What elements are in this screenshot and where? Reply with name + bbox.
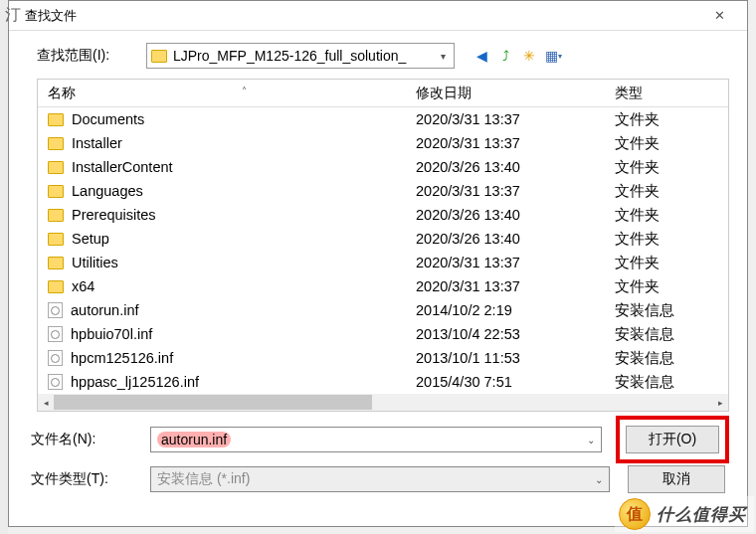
filename-value: autorun.inf [157,432,231,447]
file-type: 安装信息 [615,301,728,320]
new-folder-icon[interactable]: ✳ [520,47,538,65]
file-name: Languages [72,183,143,199]
up-folder-icon[interactable]: ⤴ [496,47,514,65]
filetype-select[interactable]: 安装信息 (*.inf) ⌄ [150,466,610,492]
file-name: Installer [72,135,122,151]
titlebar[interactable]: 汀 查找文件 ✕ [9,1,747,31]
filetype-label: 文件类型(T): [31,470,150,488]
file-open-dialog: 汀 查找文件 ✕ 查找范围(I): LJPro_MFP_M125-126_ful… [8,0,748,527]
file-name: InstallerContent [72,159,173,175]
file-type: 文件夹 [615,110,728,129]
chevron-down-icon[interactable]: ⌄ [587,435,595,445]
open-button-highlight: 打开(O) [616,416,729,463]
file-type: 文件夹 [615,134,728,153]
filetype-value: 安装信息 (*.inf) [157,470,595,488]
file-row[interactable]: Languages2020/3/31 13:37文件夹 [38,179,728,203]
file-name: Prerequisites [72,207,156,223]
inf-file-icon [48,326,63,342]
chevron-down-icon[interactable]: ▾ [437,51,450,62]
lookin-label: 查找范围(I): [37,47,136,65]
file-row[interactable]: hppasc_lj125126.inf2015/4/30 7:51安装信息 [38,370,728,394]
file-row[interactable]: InstallerContent2020/3/26 13:40文件夹 [38,155,728,179]
lookin-select[interactable]: LJPro_MFP_M125-126_full_solution_ ▾ [146,43,455,69]
file-type: 文件夹 [615,206,728,225]
view-menu-icon[interactable]: ▦▾ [544,47,562,65]
file-type: 安装信息 [615,349,728,368]
file-type: 文件夹 [615,230,728,249]
file-name: hppasc_lj125126.inf [71,374,199,390]
inf-file-icon [48,374,63,390]
header-type[interactable]: 类型 [615,85,728,102]
sort-indicator-icon: ˄ [242,86,247,96]
inf-file-icon [48,302,63,318]
file-type: 安装信息 [615,325,728,344]
header-date[interactable]: 修改日期 [416,85,615,102]
chevron-down-icon[interactable]: ⌄ [595,474,603,485]
folder-icon [48,137,64,150]
open-button[interactable]: 打开(O) [626,426,719,453]
filename-label: 文件名(N): [31,431,150,448]
file-date: 2020/3/31 13:37 [416,111,615,127]
back-icon[interactable]: ◀ [472,47,490,65]
file-date: 2014/10/2 2:19 [416,302,615,318]
close-button[interactable]: ✕ [699,2,739,30]
folder-icon [48,209,64,222]
lookin-value: LJPro_MFP_M125-126_full_solution_ [173,48,437,64]
filename-input[interactable]: autorun.inf ⌄ [150,427,602,452]
file-date: 2020/3/31 13:37 [416,255,615,270]
file-type: 文件夹 [615,254,728,272]
bottom-panel: 文件名(N): autorun.inf ⌄ 打开(O) 文件类型(T): 安装信… [9,412,747,499]
watermark-icon: 值 [619,498,651,530]
file-date: 2020/3/31 13:37 [416,278,615,294]
watermark-text: 什么值得买 [657,503,746,526]
file-row[interactable]: Installer2020/3/31 13:37文件夹 [38,131,728,155]
folder-icon [48,233,64,246]
header-name[interactable]: 名称 [38,85,416,102]
folder-icon [48,161,64,174]
file-date: 2020/3/31 13:37 [416,183,615,199]
watermark: 值 什么值得买 [615,496,754,532]
file-date: 2020/3/26 13:40 [416,207,615,223]
file-name: hpcm125126.inf [71,350,173,366]
folder-icon [48,280,64,293]
folder-icon [48,257,64,269]
file-name: autorun.inf [71,302,139,318]
file-name: Setup [72,231,109,247]
titlebar-title: 查找文件 [25,7,699,25]
folder-icon [48,113,64,126]
folder-icon [151,50,167,63]
folder-icon [48,185,64,198]
scroll-thumb[interactable] [54,395,372,410]
scroll-right-icon[interactable]: ▸ [712,394,728,411]
inf-file-icon [48,350,63,366]
file-name: Utilities [72,255,118,270]
file-type: 文件夹 [615,158,728,177]
file-date: 2020/3/31 13:37 [416,135,615,151]
cancel-button[interactable]: 取消 [628,465,725,493]
file-date: 2020/3/26 13:40 [416,159,615,175]
file-row[interactable]: hpbuio70l.inf2013/10/4 22:53安装信息 [38,322,728,346]
file-name: hpbuio70l.inf [71,326,152,342]
file-row[interactable]: x642020/3/31 13:37文件夹 [38,274,728,298]
file-date: 2020/3/26 13:40 [416,231,615,247]
file-row[interactable]: autorun.inf2014/10/2 2:19安装信息 [38,298,728,322]
file-type: 安装信息 [615,373,728,392]
horizontal-scrollbar[interactable]: ◂ ▸ [38,394,728,411]
file-row[interactable]: Setup2020/3/26 13:40文件夹 [38,227,728,251]
lookin-row: 查找范围(I): LJPro_MFP_M125-126_full_solutio… [9,31,747,79]
file-row[interactable]: Utilities2020/3/31 13:37文件夹 [38,251,728,274]
file-date: 2015/4/30 7:51 [416,374,615,390]
file-row[interactable]: Prerequisites2020/3/26 13:40文件夹 [38,203,728,227]
toolbar-icons: ◀ ⤴ ✳ ▦▾ [472,47,562,65]
file-name: Documents [72,111,144,127]
file-type: 文件夹 [615,277,728,296]
column-headers: 名称 ˄ 修改日期 类型 [38,80,728,107]
file-date: 2013/10/4 22:53 [416,326,615,342]
file-rows[interactable]: Documents2020/3/31 13:37文件夹Installer2020… [38,107,728,396]
scroll-left-icon[interactable]: ◂ [38,394,54,411]
file-row[interactable]: Documents2020/3/31 13:37文件夹 [38,107,728,131]
file-type: 文件夹 [615,182,728,201]
file-name: x64 [72,278,94,294]
file-list: 名称 ˄ 修改日期 类型 Documents2020/3/31 13:37文件夹… [37,79,729,412]
file-row[interactable]: hpcm125126.inf2013/10/1 11:53安装信息 [38,346,728,370]
